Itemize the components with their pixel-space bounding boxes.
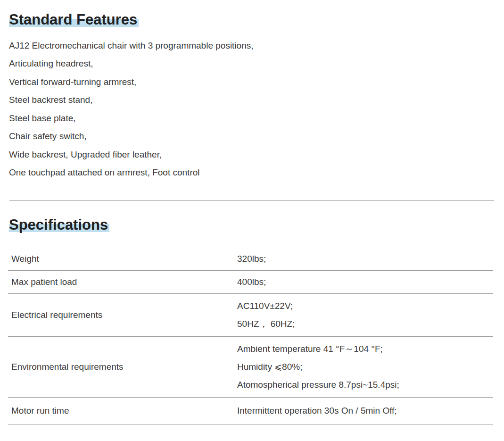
product-spec-section: Standard Features AJ12 Electromechanical… bbox=[0, 11, 504, 424]
spec-label: Weight bbox=[8, 250, 237, 268]
spec-label: Motor run time bbox=[8, 402, 237, 420]
feature-line: Wide backrest, Upgraded fiber leather, bbox=[9, 146, 504, 164]
feature-line: One touchpad attached on armrest, Foot c… bbox=[9, 164, 504, 182]
section-divider bbox=[9, 200, 494, 201]
spec-value-line: Humidity ⩽80%; bbox=[237, 358, 493, 376]
specifications-table: Weight 320lbs; Max patient load 400lbs; … bbox=[8, 248, 493, 424]
spec-value-line: 400lbs; bbox=[237, 273, 493, 291]
feature-line: Vertical forward-turning armrest, bbox=[9, 73, 504, 92]
spec-label: Max patient load bbox=[8, 273, 237, 291]
spec-value-line: Atomospherical pressure 8.7psi~15.4psi; bbox=[237, 376, 493, 394]
spec-value: Intermittent operation 30s On / 5min Off… bbox=[237, 402, 493, 420]
spec-value: Ambient temperature 41 °F～104 °F; Humidi… bbox=[237, 340, 493, 394]
feature-line: Articulating headrest, bbox=[9, 55, 504, 73]
specifications-heading: Specifications bbox=[9, 216, 504, 234]
table-row: Environmental requirements Ambient tempe… bbox=[8, 337, 493, 398]
feature-line: AJ12 Electromechanical chair with 3 prog… bbox=[9, 37, 504, 55]
spec-value-line: Intermittent operation 30s On / 5min Off… bbox=[237, 402, 493, 420]
spec-value: AC110V±22V; 50HZ， 60HZ; bbox=[237, 297, 493, 333]
feature-line: Steel backrest stand, bbox=[9, 91, 504, 109]
standard-features-list: AJ12 Electromechanical chair with 3 prog… bbox=[9, 37, 504, 182]
standard-features-heading: Standard Features bbox=[9, 11, 504, 29]
spec-value: 320lbs; bbox=[237, 250, 493, 268]
spec-label: Electrical requirements bbox=[8, 306, 237, 324]
spec-value-line: AC110V±22V; bbox=[237, 297, 493, 315]
specifications-heading-text: Specifications bbox=[9, 216, 109, 233]
spec-value-line: 320lbs; bbox=[237, 250, 493, 268]
feature-line: Chair safety switch, bbox=[9, 127, 504, 146]
table-row: Max patient load 400lbs; bbox=[8, 271, 493, 294]
table-row: Electrical requirements AC110V±22V; 50HZ… bbox=[8, 294, 493, 337]
spec-value: 400lbs; bbox=[237, 273, 493, 291]
spec-value-line: Ambient temperature 41 °F～104 °F; bbox=[237, 340, 493, 358]
spec-value-line: 50HZ， 60HZ; bbox=[237, 315, 493, 333]
spec-label: Environmental requirements bbox=[8, 358, 237, 376]
standard-features-heading-text: Standard Features bbox=[9, 11, 139, 28]
table-row: Weight 320lbs; bbox=[8, 248, 493, 271]
table-row: Motor run time Intermittent operation 30… bbox=[8, 398, 493, 424]
feature-line: Steel base plate, bbox=[9, 109, 504, 128]
